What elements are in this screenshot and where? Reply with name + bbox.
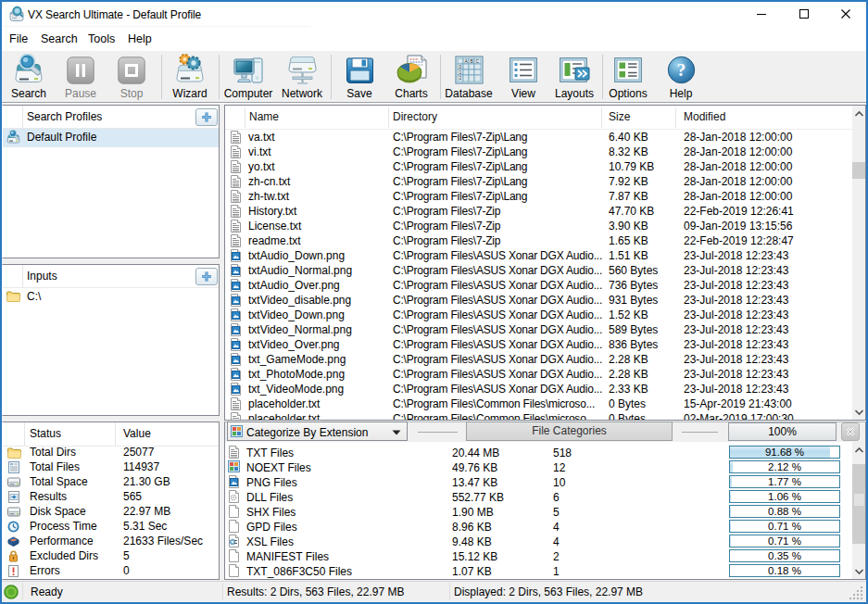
svg-text:C: C (476, 58, 480, 64)
svg-text:?: ? (677, 60, 686, 80)
svg-text:1: 1 (459, 69, 462, 75)
svg-text:2: 2 (459, 75, 462, 81)
